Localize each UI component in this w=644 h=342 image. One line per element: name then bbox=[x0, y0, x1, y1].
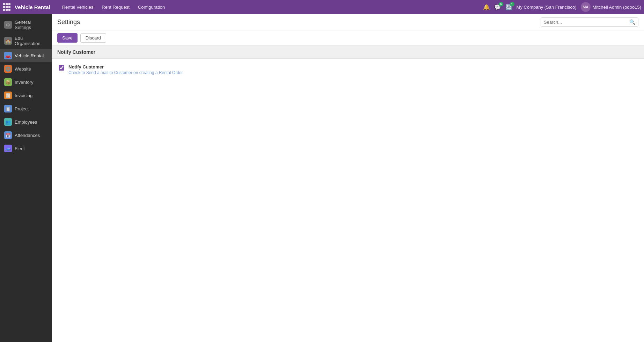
sidebar-label-website: Website bbox=[15, 66, 31, 72]
search-input[interactable] bbox=[544, 20, 629, 25]
main-layout: ⚙ General Settings 🏫 Edu Organisation 🚗 … bbox=[0, 14, 644, 342]
apps-menu-icon[interactable] bbox=[3, 3, 10, 11]
main-header: Settings 🔍 bbox=[52, 14, 644, 30]
user-menu[interactable]: MA Mitchell Admin (odoo15) bbox=[581, 2, 641, 12]
toolbar: Save Discard bbox=[52, 30, 644, 46]
topnav-right: 🔔 💬 6 🔄 1 My Company (San Francisco) MA … bbox=[483, 2, 641, 12]
sidebar-item-vehicle-rental[interactable]: 🚗 Vehicle Rental bbox=[0, 49, 52, 62]
sidebar-label-edu-organisation: Edu Organisation bbox=[15, 36, 47, 46]
company-name[interactable]: My Company (San Francisco) bbox=[517, 5, 577, 10]
sidebar-label-fleet: Fleet bbox=[15, 146, 25, 151]
nav-configuration[interactable]: Configuration bbox=[134, 3, 168, 11]
sidebar-item-fleet[interactable]: 🚙 Fleet bbox=[0, 142, 52, 155]
sidebar-item-website[interactable]: 🌐 Website bbox=[0, 62, 52, 75]
inventory-icon: 📦 bbox=[4, 78, 12, 86]
vehicle-rental-icon: 🚗 bbox=[4, 52, 12, 59]
sidebar-label-employees: Employees bbox=[15, 119, 37, 125]
general-settings-icon: ⚙ bbox=[4, 21, 12, 29]
nav-rent-request[interactable]: Rent Request bbox=[98, 3, 133, 11]
sidebar-item-project[interactable]: 📋 Project bbox=[0, 102, 52, 115]
nav-rental-vehicles[interactable]: Rental Vehicles bbox=[59, 3, 97, 11]
sidebar: ⚙ General Settings 🏫 Edu Organisation 🚗 … bbox=[0, 14, 52, 342]
chat-icon[interactable]: 💬 6 bbox=[494, 4, 501, 10]
chat-badge: 6 bbox=[499, 2, 503, 6]
sidebar-label-vehicle-rental: Vehicle Rental bbox=[15, 53, 44, 58]
refresh-icon[interactable]: 🔄 1 bbox=[505, 4, 512, 10]
sidebar-label-project: Project bbox=[15, 106, 29, 111]
employees-icon: 👥 bbox=[4, 118, 12, 126]
search-bar: 🔍 bbox=[541, 17, 638, 27]
page-title: Settings bbox=[57, 19, 80, 26]
topnav-left: Vehicle Rental Rental Vehicles Rent Requ… bbox=[3, 3, 168, 11]
fleet-icon: 🚙 bbox=[4, 145, 12, 152]
nav-links: Rental Vehicles Rent Request Configurati… bbox=[59, 3, 168, 11]
section-header: Notify Customer bbox=[52, 46, 644, 59]
sidebar-item-edu-organisation[interactable]: 🏫 Edu Organisation bbox=[0, 33, 52, 49]
app-title[interactable]: Vehicle Rental bbox=[15, 4, 50, 10]
save-button[interactable]: Save bbox=[57, 33, 78, 43]
invoicing-icon: 🧾 bbox=[4, 92, 12, 99]
edu-organisation-icon: 🏫 bbox=[4, 37, 12, 45]
settings-content: Notify Customer Notify Customer Check to… bbox=[52, 46, 644, 342]
sidebar-item-inventory[interactable]: 📦 Inventory bbox=[0, 75, 52, 89]
sidebar-label-attendances: Attendances bbox=[15, 133, 40, 138]
sidebar-label-inventory: Inventory bbox=[15, 80, 33, 85]
bell-icon[interactable]: 🔔 bbox=[483, 4, 490, 10]
top-navigation: Vehicle Rental Rental Vehicles Rent Requ… bbox=[0, 0, 644, 14]
sidebar-item-employees[interactable]: 👥 Employees bbox=[0, 115, 52, 129]
search-icon[interactable]: 🔍 bbox=[629, 19, 635, 25]
project-icon: 📋 bbox=[4, 105, 12, 112]
main-area: Settings 🔍 Save Discard Notify Customer … bbox=[52, 14, 644, 342]
sidebar-label-invoicing: Invoicing bbox=[15, 93, 32, 98]
sidebar-item-attendances[interactable]: 📅 Attendances bbox=[0, 129, 52, 142]
user-name: Mitchell Admin (odoo15) bbox=[593, 5, 641, 10]
setting-text-notify-customer: Notify Customer Check to Send a mail to … bbox=[68, 64, 183, 75]
user-avatar: MA bbox=[581, 2, 591, 12]
website-icon: 🌐 bbox=[4, 65, 12, 73]
notify-customer-checkbox[interactable] bbox=[59, 65, 64, 71]
setting-label-notify-customer: Notify Customer bbox=[68, 64, 183, 70]
attendances-icon: 📅 bbox=[4, 131, 12, 139]
discard-button[interactable]: Discard bbox=[80, 33, 106, 43]
sidebar-item-invoicing[interactable]: 🧾 Invoicing bbox=[0, 89, 52, 102]
refresh-badge: 1 bbox=[510, 2, 514, 6]
setting-desc-notify-customer: Check to Send a mail to Customer on crea… bbox=[68, 70, 183, 75]
setting-row-notify-customer: Notify Customer Check to Send a mail to … bbox=[52, 59, 644, 81]
sidebar-label-general-settings: General Settings bbox=[15, 20, 47, 30]
sidebar-item-general-settings[interactable]: ⚙ General Settings bbox=[0, 17, 52, 33]
